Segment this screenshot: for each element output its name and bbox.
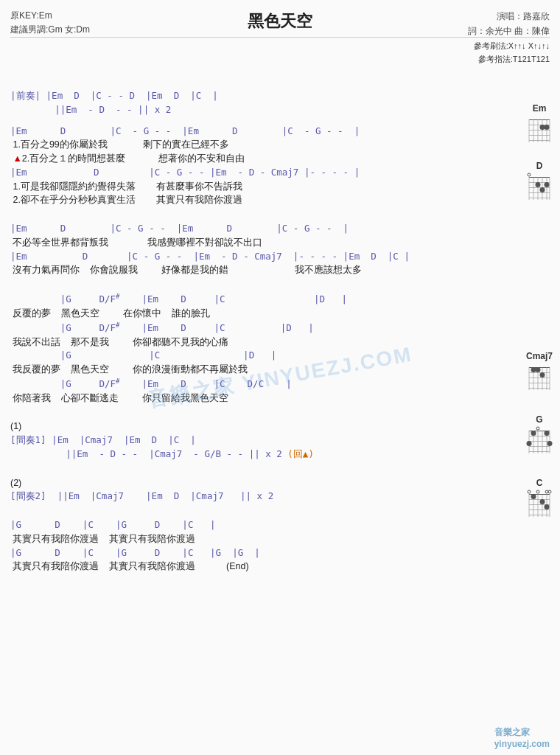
chorus-chord3: |G |C |D | bbox=[10, 349, 507, 363]
svg-point-26 bbox=[539, 187, 545, 192]
svg-point-75 bbox=[544, 504, 549, 509]
lyricist-label: 詞：余光中 曲：陳偉 bbox=[468, 24, 550, 38]
prelude-section: |前奏| |Em D |C - - D |Em D |C | ||Em - D … bbox=[10, 89, 507, 117]
svg-point-12 bbox=[544, 125, 549, 130]
svg-point-24 bbox=[528, 173, 531, 176]
svg-point-55 bbox=[531, 431, 536, 436]
ref-strum: 參考刷法:X↑↑↓ X↑↓↑↓ bbox=[468, 39, 550, 53]
v2-lyric1: 不必等全世界都背叛我 我感覺哪裡不對卻說不出口 bbox=[10, 236, 507, 250]
outro-chord2: |G D |C |G D |C |G |G | bbox=[10, 546, 507, 560]
footer: 音樂之家yinyuezj.com bbox=[494, 726, 550, 749]
outro-chord1: |G D |C |G D |C | bbox=[10, 518, 507, 532]
chord-em-diagram: Em bbox=[526, 103, 553, 147]
outro-lyric1: 其實只有我陪你渡過 其實只有我陪你渡過 bbox=[10, 532, 507, 546]
v2-chord2: |Em D |C - G - - |Em - D - Cmaj7 |- - - … bbox=[10, 250, 507, 264]
svg-point-70 bbox=[536, 490, 539, 493]
svg-point-25 bbox=[535, 182, 540, 187]
v2-lyric2: 沒有力氣再問你 你會說服我 好像都是我的錯 我不應該想太多 bbox=[10, 263, 507, 277]
section2-label: (2) bbox=[10, 476, 507, 490]
svg-point-71 bbox=[545, 490, 548, 493]
meta-left: 原KEY:Em 建議男調:Gm 女:Dm bbox=[10, 9, 90, 37]
svg-point-53 bbox=[536, 427, 539, 430]
chorus-chord2: |G D/F# |Em D |C |D | bbox=[10, 321, 507, 335]
chord-cmaj7-diagram: Cmaj7 bbox=[526, 351, 553, 395]
outro-lyric2: 其實只有我陪你渡過 其實只有我陪你渡過 (End) bbox=[10, 560, 507, 574]
suggest-label: 建議男調:Gm 女:Dm bbox=[10, 23, 90, 37]
v1-lyric1: 1.百分之99的你屬於我 剩下的實在已經不多 bbox=[10, 138, 507, 152]
svg-point-41 bbox=[539, 372, 545, 378]
svg-point-11 bbox=[539, 125, 545, 130]
chorus-lyric2: 我說不出話 那不是我 你卻都聽不見我的心痛 bbox=[10, 335, 507, 349]
chorus-lyric4: 你陪著我 心卻不斷逃走 你只留給我黑色天空 bbox=[10, 392, 507, 406]
prelude-line2: ||Em - D - - || x 2 bbox=[10, 103, 507, 117]
song-content: |前奏| |Em D |C - - D |Em D |C | ||Em - D … bbox=[10, 89, 507, 574]
svg-point-54 bbox=[526, 441, 531, 446]
meta-right: 演唱：路嘉欣 詞：余光中 曲：陳偉 參考刷法:X↑↑↓ X↑↓↑↓ 參考指法:T… bbox=[468, 9, 550, 66]
chorus-lyric1: 反覆的夢 黑色天空 在你懷中 誰的臉孔 bbox=[10, 307, 507, 321]
chorus-chord1: |G D/F# |Em D |C |D | bbox=[10, 292, 507, 307]
v1-lyric4: 2.卻不在乎分分秒秒真實生活 其實只有我陪你渡過 bbox=[10, 193, 507, 207]
prelude-label: |前奏| |Em D |C - - D |Em D |C | bbox=[10, 89, 507, 103]
v1-lyric3: 1.可是我卻隱隱約約覺得失落 有甚麼事你不告訴我 bbox=[10, 180, 507, 194]
svg-point-27 bbox=[544, 182, 549, 187]
v1-chord2: |Em D |C - G - - |Em - D - Cmaj7 |- - - … bbox=[10, 166, 507, 180]
svg-point-69 bbox=[528, 490, 531, 493]
section1-interlude-label: [間奏1] |Em |Cmaj7 |Em D |C | bbox=[10, 434, 507, 448]
svg-point-40 bbox=[535, 367, 540, 372]
ref-finger: 參考指法:T121T121 bbox=[468, 52, 550, 66]
v2-chord1: |Em D |C - G - - |Em D |C - G - - | bbox=[10, 222, 507, 236]
section1-label: (1) bbox=[10, 420, 507, 434]
svg-point-72 bbox=[548, 490, 551, 493]
chord-c-diagram: C bbox=[526, 478, 553, 526]
chord-diagrams: Em D bbox=[526, 103, 553, 526]
chorus-lyric3: 我反覆的夢 黑色天空 你的浪漫衝動都不再屬於我 bbox=[10, 363, 507, 377]
svg-point-73 bbox=[531, 494, 536, 499]
section2-interlude-label: [間奏2] ||Em |Cmaj7 |Em D |Cmaj7 || x 2 bbox=[10, 490, 507, 504]
chord-g-diagram: G bbox=[526, 414, 553, 459]
chorus-chord4: |G D/F# |Em D |C D/C | bbox=[10, 377, 507, 392]
singer-label: 演唱：路嘉欣 bbox=[468, 9, 550, 24]
svg-point-57 bbox=[547, 441, 552, 446]
svg-point-74 bbox=[539, 499, 545, 504]
svg-point-56 bbox=[544, 431, 549, 436]
svg-point-39 bbox=[531, 367, 536, 372]
v1-chord1: |Em D |C - G - - |Em D |C - G - - | bbox=[10, 125, 507, 139]
chord-d-diagram: D bbox=[526, 161, 553, 205]
v1-lyric2: ▲2.百分之１的時間想甚麼 想著你的不安和自由 bbox=[10, 152, 507, 166]
section1-interlude2: ||Em - D - - |Cmaj7 - G/B - - || x 2 (回▲… bbox=[10, 448, 507, 462]
key-label: 原KEY:Em bbox=[10, 9, 90, 23]
